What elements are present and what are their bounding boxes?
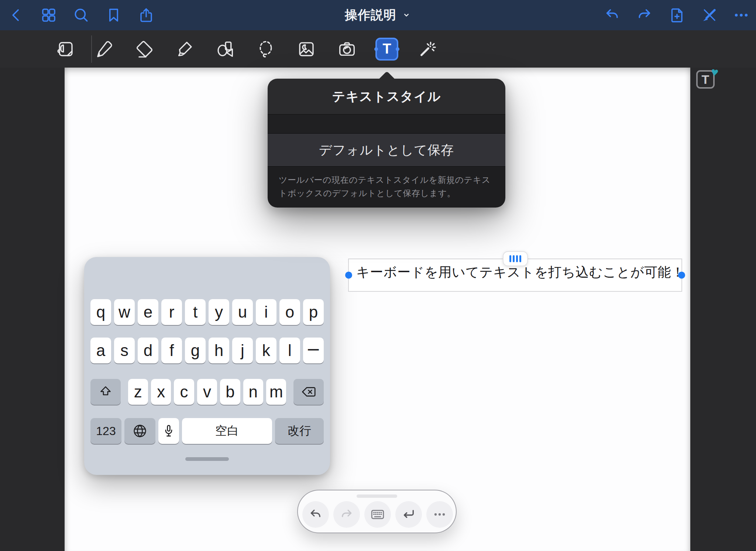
lasso-tool[interactable] [254, 37, 278, 61]
camera-icon [337, 39, 357, 59]
key-n[interactable]: n [243, 379, 263, 405]
key-w[interactable]: w [114, 299, 135, 325]
favorite-text-style-button[interactable]: T ♥ [696, 70, 715, 89]
add-page-icon [669, 7, 685, 24]
highlighter-tool[interactable] [173, 37, 196, 61]
key-v[interactable]: v [197, 379, 217, 405]
share-icon [138, 7, 155, 24]
redo-button-floating[interactable] [333, 501, 360, 528]
toolbar-drag-handle[interactable] [357, 494, 397, 498]
add-page-button[interactable] [666, 4, 688, 26]
more-options-button[interactable] [426, 501, 453, 528]
key-f[interactable]: f [161, 338, 182, 363]
ellipsis-icon [733, 7, 750, 24]
key-s[interactable]: s [114, 338, 135, 363]
key-z[interactable]: z [128, 379, 148, 405]
undo-icon [604, 7, 621, 24]
key-p[interactable]: p [303, 299, 324, 325]
laser-pointer-icon [417, 39, 437, 59]
numbers-key[interactable]: 123 [90, 418, 121, 444]
resize-handle-left[interactable] [345, 272, 352, 279]
key-u[interactable]: u [232, 299, 253, 325]
text-box[interactable]: キーボードを用いてテキストを打ち込むことが可能！ [348, 259, 682, 292]
key-d[interactable]: d [138, 338, 158, 363]
key-t[interactable]: t [185, 299, 206, 325]
eraser-tool[interactable] [132, 37, 156, 61]
thumbnails-button[interactable] [38, 4, 60, 26]
laser-pointer-tool[interactable] [416, 37, 439, 61]
save-as-default-button[interactable]: デフォルトとして保存 [268, 134, 505, 166]
tool-bar: T YuGo-Medium 30 T ♥ [0, 30, 756, 68]
dictation-key[interactable] [158, 418, 179, 444]
text-tool-selected[interactable]: T [375, 38, 398, 61]
popover-section-band [268, 114, 505, 134]
toolbar-buttons [302, 501, 453, 528]
key-h[interactable]: h [209, 338, 229, 363]
camera-tool[interactable] [335, 37, 359, 61]
eraser-icon [134, 39, 154, 59]
keyboard-drag-handle[interactable] [185, 457, 229, 461]
shapes-tool[interactable] [213, 37, 237, 61]
key-g[interactable]: g [185, 338, 206, 363]
popover-description: ツールバーの現在のテキストスタイルを新規のテキストボックスのデフォルトとして保存… [279, 173, 496, 200]
drag-bar [509, 255, 511, 262]
image-tool[interactable] [295, 37, 318, 61]
key-k[interactable]: k [256, 338, 276, 363]
resize-handle-right[interactable] [678, 272, 685, 279]
heart-icon: ♥ [710, 65, 719, 79]
shift-icon [98, 384, 113, 400]
key-c[interactable]: c [174, 379, 194, 405]
key-q[interactable]: q [90, 299, 111, 325]
key-long-vowel[interactable]: ー [303, 338, 324, 363]
key-l[interactable]: l [279, 338, 300, 363]
hide-keyboard-button[interactable] [364, 501, 391, 528]
grid-icon [40, 7, 57, 24]
pen-icon [94, 39, 114, 59]
redo-button[interactable] [633, 4, 656, 26]
text-style-popover: テキストスタイル デフォルトとして保存 ツールバーの現在のテキストスタイルを新規… [268, 79, 505, 208]
undo-button-floating[interactable] [302, 501, 329, 528]
key-a[interactable]: a [90, 338, 111, 363]
keyboard-row-4: 123 空白 改行 [90, 418, 324, 444]
floating-keyboard[interactable]: q w e r t y u i o p a s d f g h j k l ー [84, 257, 330, 475]
back-button[interactable] [5, 4, 27, 26]
key-o[interactable]: o [279, 299, 300, 325]
search-button[interactable] [70, 4, 92, 26]
bookmark-icon [106, 7, 122, 23]
popover-title: テキストスタイル [332, 88, 441, 105]
return-button[interactable] [395, 501, 422, 528]
key-y[interactable]: y [209, 299, 229, 325]
zoom-window-tool[interactable] [54, 37, 77, 61]
globe-key[interactable] [124, 418, 155, 444]
key-i[interactable]: i [256, 299, 276, 325]
favorite-style-glyph: T [702, 72, 709, 87]
key-b[interactable]: b [220, 379, 240, 405]
space-key[interactable]: 空白 [182, 418, 272, 444]
share-button[interactable] [135, 4, 157, 26]
drag-bar [513, 255, 515, 262]
text-box-drag-handle[interactable] [503, 251, 528, 266]
pen-tool[interactable] [92, 37, 116, 61]
stylus-mode-button[interactable] [698, 4, 721, 26]
chevron-left-icon [8, 7, 24, 23]
backspace-key[interactable] [293, 379, 324, 405]
selection-dot-right [396, 47, 399, 51]
search-icon [73, 7, 90, 24]
bookmark-button[interactable] [103, 4, 125, 26]
key-e[interactable]: e [138, 299, 158, 325]
more-button[interactable] [730, 4, 752, 26]
key-m[interactable]: m [266, 379, 286, 405]
floating-toolbar[interactable] [297, 490, 457, 533]
keyboard-row-3: z x c v b n m [90, 379, 324, 405]
return-key[interactable]: 改行 [275, 418, 324, 444]
undo-icon [308, 507, 323, 522]
undo-button[interactable] [601, 4, 623, 26]
key-j[interactable]: j [232, 338, 253, 363]
key-x[interactable]: x [151, 379, 171, 405]
shift-key[interactable] [90, 379, 121, 405]
lasso-icon [256, 39, 276, 59]
popover-header: テキストスタイル [268, 79, 505, 114]
key-r[interactable]: r [161, 299, 182, 325]
shapes-icon [215, 39, 235, 59]
drag-bar [519, 255, 521, 262]
